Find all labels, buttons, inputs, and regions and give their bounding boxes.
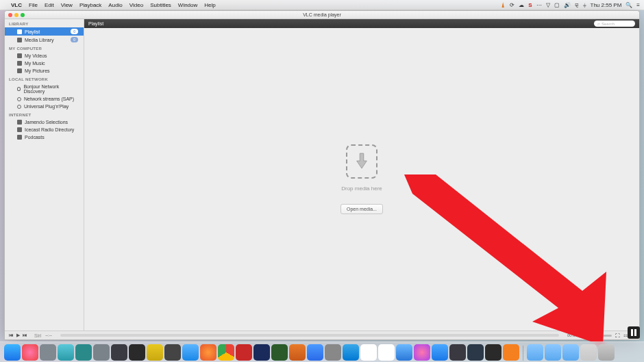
main-panel: Playlist ⌕ Search Drop media here Open m…: [84, 19, 639, 331]
pause-indicator: [628, 326, 640, 339]
dock-vlc-icon[interactable]: [503, 344, 519, 361]
drop-area[interactable]: Drop media here Open media...: [84, 28, 639, 331]
dock-arduino-icon[interactable]: [75, 344, 92, 361]
bluetooth-icon[interactable]: ⚼: [575, 1, 579, 8]
sidebar-item-jamendo-selections[interactable]: Jamendo Selections: [5, 118, 84, 126]
dock-firefox-icon[interactable]: [200, 344, 216, 361]
menu-file[interactable]: File: [29, 2, 38, 8]
folder-icon: [17, 53, 22, 58]
display-icon[interactable]: ▢: [554, 2, 560, 8]
dock-facetime-icon[interactable]: [378, 344, 395, 361]
dock-skitch-icon[interactable]: [58, 344, 74, 361]
menu-window[interactable]: Window: [178, 2, 197, 8]
menu-help[interactable]: Help: [204, 2, 215, 8]
dock-terminal-icon[interactable]: [129, 344, 145, 361]
clock[interactable]: Thu 2:55 PM: [591, 2, 622, 8]
spotlight-icon[interactable]: ⋯: [536, 2, 542, 8]
drop-media-icon: [346, 144, 377, 179]
dock-steam-icon[interactable]: [467, 344, 484, 361]
ring-icon: [17, 87, 21, 91]
sidebar-header: LOCAL NETWORK: [5, 75, 84, 83]
dock-dropbox-icon[interactable]: [307, 344, 323, 361]
sidebar: LIBRARYPlaylist0Media Library0MY COMPUTE…: [5, 19, 84, 331]
dock-photos-icon[interactable]: [22, 344, 38, 361]
menubar-left: VLC File Edit View Playback Audio Video …: [4, 2, 216, 8]
menu-edit[interactable]: Edit: [45, 2, 54, 8]
dock-dark1-icon[interactable]: [449, 344, 466, 361]
sidebar-item-label: Universal Plug'n'Play: [24, 104, 69, 109]
wifi-icon[interactable]: ⏚: [583, 2, 586, 8]
dock-grey1-icon[interactable]: [40, 344, 56, 361]
mute-icon[interactable]: 🔇: [582, 333, 588, 338]
vlc-window: VLC media player LIBRARYPlaylist0Media L…: [4, 10, 640, 340]
sidebar-item-network-streams-sap-[interactable]: Network streams (SAP): [5, 95, 84, 103]
ring-icon: [17, 105, 21, 109]
sidebar-item-label: Icecast Radio Directory: [25, 127, 74, 132]
sync-icon[interactable]: ⟳: [510, 2, 515, 8]
menu-subtitles[interactable]: Subtitles: [150, 2, 171, 8]
dock-appstore-icon[interactable]: [432, 344, 448, 361]
sidebar-item-my-pictures[interactable]: My Pictures: [5, 67, 84, 75]
sidebar-item-playlist[interactable]: Playlist0: [5, 27, 84, 36]
menu-audio[interactable]: Audio: [108, 2, 122, 8]
dock-audacity-icon[interactable]: [289, 344, 306, 361]
sidebar-item-universal-plug-n-play[interactable]: Universal Plug'n'Play: [5, 103, 84, 110]
sidebar-item-label: Bonjour Network Discovery: [23, 84, 78, 94]
playlist-header: Playlist ⌕ Search: [84, 19, 639, 28]
dropdown-icon[interactable]: ▽: [546, 2, 550, 8]
dock-folder1-icon[interactable]: [527, 344, 543, 361]
dock-obs-icon[interactable]: [485, 344, 501, 361]
dock-xcode-icon[interactable]: [111, 344, 127, 361]
dock-screenflow-icon[interactable]: [164, 344, 181, 361]
dock-mail-icon[interactable]: [396, 344, 412, 361]
photo-icon: [17, 68, 22, 73]
dock-grey3-icon[interactable]: [325, 344, 341, 361]
drop-media-label: Drop media here: [341, 185, 382, 192]
dock-finder-icon[interactable]: [4, 344, 21, 361]
search-icon[interactable]: 🔍: [626, 2, 632, 8]
dock-chrome-icon[interactable]: [218, 344, 234, 361]
volume-slider[interactable]: [591, 335, 612, 337]
cloud-icon[interactable]: ☁: [519, 2, 524, 8]
seek-bar[interactable]: [60, 334, 559, 337]
dock-slack-icon[interactable]: [360, 344, 377, 361]
sidebar-item-bonjour-network-discovery[interactable]: Bonjour Network Discovery: [5, 83, 84, 95]
search-input[interactable]: ⌕ Search: [594, 21, 635, 27]
menu-playback[interactable]: Playback: [79, 2, 101, 8]
dock-dreamweaver-icon[interactable]: [271, 344, 288, 361]
dock-folder3-icon[interactable]: [562, 344, 579, 361]
dock-photoshop-icon[interactable]: [253, 344, 270, 361]
sidebar-item-icecast-radio-directory[interactable]: Icecast Radio Directory: [5, 126, 84, 133]
sidebar-item-podcasts[interactable]: Podcasts: [5, 133, 84, 141]
window-titlebar[interactable]: VLC media player: [5, 11, 639, 19]
s-icon[interactable]: S: [528, 2, 532, 8]
volume-icon[interactable]: 🔊: [564, 2, 571, 8]
dock-safari-icon[interactable]: [182, 344, 199, 361]
dock-itunes-icon[interactable]: [414, 344, 430, 361]
dock-skype-icon[interactable]: [343, 344, 359, 361]
sidebar-item-my-music[interactable]: My Music: [5, 60, 84, 67]
dock-trash-icon[interactable]: [598, 344, 615, 361]
prev-button[interactable]: ⏮: [9, 333, 14, 338]
sidebar-item-my-videos[interactable]: My Videos: [5, 52, 84, 60]
dock-grey2-icon[interactable]: [93, 344, 110, 361]
sidebar-item-media-library[interactable]: Media Library0: [5, 36, 84, 44]
macos-menubar: VLC File Edit View Playback Audio Video …: [0, 0, 644, 10]
menu-view[interactable]: View: [61, 2, 73, 8]
menu-video[interactable]: Video: [129, 2, 143, 8]
fullscreen-icon[interactable]: ⛶: [615, 333, 620, 338]
menubar-app-name[interactable]: VLC: [11, 2, 22, 8]
sidebar-item-label: My Music: [25, 61, 45, 66]
dock-keeper-icon[interactable]: [147, 344, 163, 361]
menu-icon[interactable]: ≡: [636, 2, 640, 8]
play-button[interactable]: ▶: [16, 333, 21, 338]
next-button[interactable]: ⏭: [23, 333, 27, 338]
open-media-button[interactable]: Open media...: [340, 204, 383, 214]
sidebar-item-label: Jamendo Selections: [25, 120, 68, 125]
dock-stack-icon[interactable]: [580, 344, 597, 361]
vlc-status-icon[interactable]: [500, 2, 506, 8]
dock-folder2-icon[interactable]: [545, 344, 561, 361]
globe-icon: [17, 127, 22, 132]
sidebar-item-label: Media Library: [25, 38, 53, 42]
dock-filezilla-icon[interactable]: [236, 344, 252, 361]
